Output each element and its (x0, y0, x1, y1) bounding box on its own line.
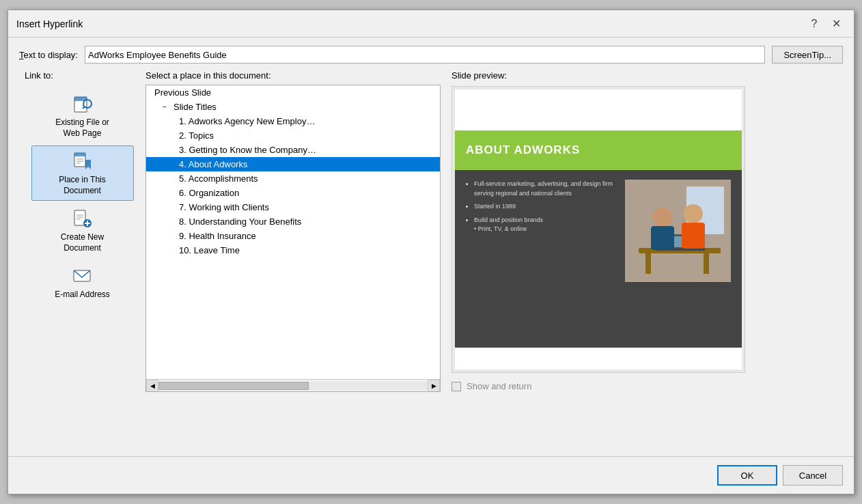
tree-item-slide-5[interactable]: 5. Accomplishments (146, 171, 440, 186)
link-to-label: Link to: (25, 70, 53, 81)
slide-image (625, 180, 731, 282)
title-bar-controls: ? ✕ (805, 14, 846, 33)
existing-file-label: Existing File orWeb Page (55, 117, 109, 139)
text-display-input[interactable] (85, 46, 765, 64)
email-icon (72, 265, 94, 287)
tree-item-slide-2[interactable]: 2. Topics (146, 128, 440, 143)
text-display-label: Text to display: (19, 50, 78, 60)
slide-inner: ABOUT ADWORKS Full-service marketing, ad… (455, 89, 742, 369)
tree-item-slide-8[interactable]: 8. Understanding Your Benefits (146, 214, 440, 229)
slide-title-text: ABOUT ADWORKS (466, 143, 580, 157)
text-display-row: Text to display: ScreenTip... (19, 46, 843, 64)
show-return-checkbox[interactable] (451, 382, 461, 391)
tree-item-slide-9[interactable]: 9. Health Insurance (146, 229, 440, 243)
tree-item-slide-3[interactable]: 3. Getting to Know the Company… (146, 143, 440, 157)
dialog-body: Text to display: ScreenTip... Link to: (8, 38, 854, 456)
bullet-1: Full-service marketing, advertising, and… (474, 180, 614, 198)
slide-preview-area: Slide preview: ABOUT ADWORKS (451, 70, 843, 448)
link-to-panel: Link to: Existing File orWeb Page (19, 70, 145, 448)
cancel-button[interactable]: Cancel (783, 465, 843, 486)
ok-button[interactable]: OK (717, 465, 777, 486)
tree-item-slide-1[interactable]: 1. Adworks Agency New Employ… (146, 114, 440, 128)
show-return-label: Show and return (467, 381, 531, 391)
tree-item-slide-6[interactable]: 6. Organization (146, 186, 440, 200)
slide-preview-label: Slide preview: (451, 70, 843, 81)
svg-rect-27 (651, 226, 674, 250)
svg-point-26 (653, 208, 672, 227)
link-btn-email[interactable]: E-mail Address (31, 261, 134, 305)
link-btn-existing[interactable]: Existing File orWeb Page (31, 89, 134, 143)
tree-item-slide-titles[interactable]: −Slide Titles (146, 100, 440, 114)
scroll-left-arrow[interactable]: ◀ (146, 380, 158, 392)
slide-preview-box: ABOUT ADWORKS Full-service marketing, ad… (451, 86, 745, 373)
main-content-row: Link to: Existing File orWeb Page (19, 70, 843, 448)
slide-white-top (455, 89, 742, 130)
show-return-row: Show and return (451, 381, 843, 391)
tree-scroll: Previous Slide−Slide Titles1. Adworks Ag… (146, 85, 440, 257)
dialog-footer: OK Cancel (8, 456, 854, 494)
select-place-label: Select a place in this document: (145, 70, 441, 81)
svg-rect-5 (74, 153, 85, 156)
slide-green-bar: ABOUT ADWORKS (455, 130, 742, 170)
bullet-3: Build and position brands• Print, TV, & … (474, 216, 614, 234)
slide-bullet-text: Full-service marketing, advertising, and… (466, 180, 614, 238)
tree-section: Select a place in this document: Previou… (145, 70, 441, 448)
scroll-track (158, 382, 428, 390)
svg-rect-22 (704, 253, 709, 274)
tree-item-slide-10[interactable]: 10. Leave Time (146, 243, 440, 257)
title-bar: Insert Hyperlink ? ✕ (8, 10, 854, 38)
svg-marker-9 (85, 160, 91, 169)
link-btn-place[interactable]: Place in ThisDocument (31, 145, 134, 201)
tree-item-prev-slide[interactable]: Previous Slide (146, 85, 440, 100)
tree-item-slide-4[interactable]: 4. About Adworks (146, 157, 440, 171)
document-tree[interactable]: Previous Slide−Slide Titles1. Adworks Ag… (146, 85, 440, 379)
link-btn-new-doc[interactable]: Create NewDocument (31, 204, 134, 257)
insert-hyperlink-dialog: Insert Hyperlink ? ✕ Text to display: Sc… (8, 10, 854, 494)
create-new-doc-label: Create NewDocument (61, 232, 104, 253)
dialog-title: Insert Hyperlink (16, 18, 83, 29)
close-button[interactable]: ✕ (826, 14, 846, 33)
slide-content-area: Full-service marketing, advertising, and… (455, 170, 742, 348)
email-address-label: E-mail Address (55, 290, 110, 300)
scroll-thumb (158, 382, 309, 390)
help-button[interactable]: ? (805, 14, 824, 33)
place-in-doc-icon (72, 150, 94, 172)
bullet-2: Started in 1989 (474, 202, 614, 212)
tree-wrapper: Previous Slide−Slide Titles1. Adworks Ag… (145, 85, 441, 392)
svg-point-28 (684, 204, 703, 223)
screentip-button[interactable]: ScreenTip... (772, 46, 843, 64)
place-in-doc-label: Place in ThisDocument (59, 175, 105, 196)
tree-item-slide-7[interactable]: 7. Working with Clients (146, 200, 440, 214)
svg-rect-29 (682, 223, 705, 249)
horizontal-scrollbar[interactable]: ◀ ▶ (146, 379, 440, 391)
existing-file-icon (72, 93, 94, 115)
scroll-right-arrow[interactable]: ▶ (428, 380, 440, 392)
create-new-doc-icon (72, 208, 94, 229)
svg-rect-21 (645, 253, 651, 274)
